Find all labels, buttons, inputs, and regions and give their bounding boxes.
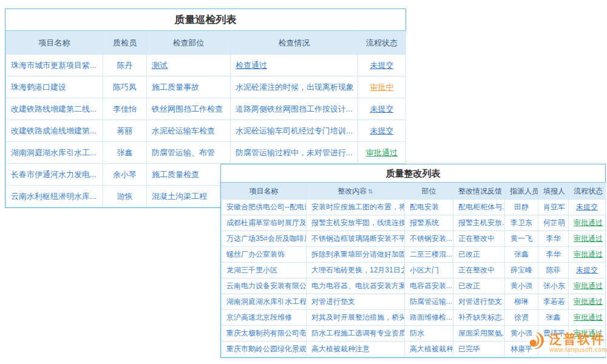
assignee-cell: 柳琳 bbox=[505, 294, 538, 310]
reporter-cell: 肖亚军 bbox=[538, 200, 569, 215]
situation-cell: 水泥砼运输车司机经过专门培训... bbox=[231, 120, 358, 142]
assignee-cell: 田静 bbox=[505, 200, 538, 215]
status-cell: 审批通过 bbox=[569, 278, 606, 294]
feedback-cell: 配电柜柜体与... bbox=[453, 200, 505, 215]
table-row: 京沪高速北京段维修对其及时开展整治措施，桥头...路面维修检...补齐缺失标志.… bbox=[222, 310, 606, 326]
status-link[interactable]: 未提交 bbox=[576, 203, 598, 211]
assignee-cell: 张鑫 bbox=[505, 247, 538, 263]
reporter-cell: 张小东 bbox=[538, 278, 569, 294]
project-cell[interactable]: 珠海市城市更新项目紫... bbox=[6, 55, 103, 76]
project-cell[interactable]: 螺丝厂办公室装饰 bbox=[222, 247, 307, 263]
col-header-inspector: 质检员 bbox=[103, 32, 147, 55]
status-cell: 审批通过 bbox=[569, 247, 606, 263]
content-cell: 电力电容器、电抗器安装方案... bbox=[307, 278, 405, 294]
feedback-cell: 屋面采用聚氨... bbox=[453, 326, 505, 342]
content-cell: 大理石地砖更换，12月31日之... bbox=[307, 263, 405, 278]
project-cell[interactable]: 京沪高速北京段维修 bbox=[222, 310, 307, 326]
content-cell: 拆除到承重墙部分请做好加固... bbox=[307, 247, 405, 263]
status-link[interactable]: 未提交 bbox=[370, 104, 394, 113]
assignee-cell: 徐贤 bbox=[505, 310, 538, 326]
status-link[interactable]: 审批通过 bbox=[574, 281, 603, 290]
table-row: 改建铁路成渝线增建第...蒋丽水泥砼运输车检查水泥砼运输车司机经过专门培训...… bbox=[6, 120, 406, 142]
project-cell[interactable]: 湖南洞庭湖水库引水工... bbox=[6, 142, 103, 164]
feedback-cell: 补齐缺失标志... bbox=[453, 310, 505, 326]
col-header-content-label: 整改内容 bbox=[337, 187, 367, 195]
table-row: 安徽合肥供电公司--配电设备...安装时应按施工图的布置，将...配电安装配电柜… bbox=[222, 200, 606, 215]
project-cell[interactable]: 龙湖三千里小区 bbox=[222, 263, 307, 278]
col-header-project: 项目名称 bbox=[6, 32, 103, 55]
situation-cell: 水泥砼灌注的时候，出现离析现象 bbox=[231, 76, 358, 98]
part-cell: 不锈钢安装... bbox=[405, 231, 453, 247]
content-cell: 高大植被栽种注意 bbox=[307, 342, 405, 357]
col-header-part: 检查部位 bbox=[147, 32, 231, 55]
watermark-url: www.fanpusoft.com bbox=[549, 346, 607, 353]
rectification-panel: 质量整改列表 项目名称 整改内容⇅ 部位 整改情况反馈 指派人员 填报人 流程状… bbox=[220, 164, 606, 358]
assignee-cell: 黄小强 bbox=[505, 278, 538, 294]
col-header-feedback: 整改情况反馈 bbox=[453, 183, 505, 200]
project-cell[interactable]: 云南水利枢纽潜明水库... bbox=[6, 186, 103, 207]
status-link[interactable]: 未提交 bbox=[370, 126, 394, 135]
part-cell: 高大植被栽种 bbox=[405, 342, 453, 357]
status-cell: 未提交 bbox=[358, 55, 406, 76]
feedback-cell: 对管进行垫支 bbox=[453, 294, 505, 310]
project-cell[interactable]: 安徽合肥供电公司--配电设备... bbox=[222, 200, 307, 215]
project-cell[interactable]: 改建铁路线增建第二线... bbox=[6, 98, 103, 120]
watermark-text: 泛普软件 www.fanpusoft.com bbox=[549, 332, 607, 352]
col-header-content[interactable]: 整改内容⇅ bbox=[307, 183, 405, 200]
project-cell[interactable]: 重庆市鹅岭公园绿化景观提升... bbox=[222, 342, 307, 357]
status-link[interactable]: 审批通过 bbox=[574, 313, 603, 322]
watermark-brand: 泛普软件 bbox=[549, 332, 607, 346]
inspector-cell: 余小琴 bbox=[103, 164, 147, 186]
part-cell: 二至三楼混... bbox=[405, 247, 453, 263]
situation-cell: 道路两侧铁丝网围挡工作按设计... bbox=[231, 98, 358, 120]
status-link[interactable]: 未提交 bbox=[576, 266, 598, 274]
sort-icon[interactable]: ⇅ bbox=[368, 188, 373, 195]
status-link[interactable]: 审批中 bbox=[370, 83, 394, 92]
status-link[interactable]: 审批通过 bbox=[574, 218, 603, 227]
status-cell: 未提交 bbox=[358, 98, 406, 120]
content-cell: 防水工程施工选调有专业资质... bbox=[307, 326, 405, 342]
project-cell[interactable]: 改建铁路成渝线增建第... bbox=[6, 120, 103, 142]
status-link[interactable]: 审批通过 bbox=[574, 250, 603, 258]
status-cell: 审批通过 bbox=[569, 310, 606, 326]
content-cell: 对其及时开展整治措施，桥头... bbox=[307, 310, 405, 326]
inspection-panel-title: 质量巡检列表 bbox=[5, 9, 405, 31]
feedback-cell: 已完毕 bbox=[453, 342, 505, 357]
project-cell[interactable]: 成都杜甫草堂临时展厅及独立展... bbox=[222, 215, 307, 231]
table-row: 珠海鹤港口建设陈巧凤施工质量事故水泥砼灌注的时候，出现离析现象审批中 bbox=[6, 76, 406, 98]
part-cell: 测试 bbox=[147, 55, 231, 76]
feedback-cell: 已改正 bbox=[453, 247, 505, 263]
table-row: 云南电力设备安装有限公司20...电力电容器、电抗器安装方案...电容器安装..… bbox=[222, 278, 606, 294]
project-cell[interactable]: 万达广场35#会所及咖啡厅空... bbox=[222, 231, 307, 247]
reporter-cell: 张鑫 bbox=[538, 310, 569, 326]
status-link[interactable]: 审批通过 bbox=[574, 234, 603, 243]
status-link[interactable]: 审批通过 bbox=[574, 297, 603, 306]
feedback-cell: 已改正 bbox=[453, 278, 505, 294]
status-cell: 审批通过 bbox=[569, 215, 606, 231]
project-cell[interactable]: 云南电力设备安装有限公司20... bbox=[222, 278, 307, 294]
table-row: 湖南洞庭湖水库引水工...张鑫防腐管运输、布管防腐管运输过程中，未对管进行...… bbox=[6, 142, 406, 164]
situation-cell: 检查通过 bbox=[231, 55, 358, 76]
part-cell: 施工质量事故 bbox=[147, 76, 231, 98]
project-cell[interactable]: 长春市伊通河水力发电... bbox=[6, 164, 103, 186]
status-cell: 未提交 bbox=[569, 263, 606, 278]
table-row: 湖南洞庭湖水库引水工程施工标对管进行垫支防腐管运输...对管进行垫支柳琳李若若审… bbox=[222, 294, 606, 310]
project-cell[interactable]: 重庆太极制药有限公司亳州中... bbox=[222, 326, 307, 342]
project-cell[interactable]: 湖南洞庭湖水库引水工程施工标 bbox=[222, 294, 307, 310]
reporter-cell: 李华 bbox=[538, 247, 569, 263]
content-cell: 不锈钢边框玻璃隔断安装不平... bbox=[307, 231, 405, 247]
assignee-cell: 薛宝峰 bbox=[505, 263, 538, 278]
status-link[interactable]: 未提交 bbox=[370, 61, 394, 70]
part-cell: 配电安装 bbox=[405, 200, 453, 215]
status-cell: 未提交 bbox=[358, 120, 406, 142]
col-header-reporter: 填报人 bbox=[538, 183, 569, 200]
content-cell: 对管进行垫支 bbox=[307, 294, 405, 310]
fanpu-logo-icon bbox=[524, 330, 548, 356]
assignee-cell: 黄一飞 bbox=[505, 231, 538, 247]
feedback-cell: 正在整改中 bbox=[453, 231, 505, 247]
table-row: 龙湖三千里小区大理石地砖更换，12月31日之...小区大门正在整改中薛宝峰陈菲未… bbox=[222, 263, 606, 278]
status-link[interactable]: 审批通过 bbox=[366, 148, 398, 157]
project-cell[interactable]: 珠海鹤港口建设 bbox=[6, 76, 103, 98]
part-cell: 小区大门 bbox=[405, 263, 453, 278]
status-cell: 未提交 bbox=[569, 200, 606, 215]
